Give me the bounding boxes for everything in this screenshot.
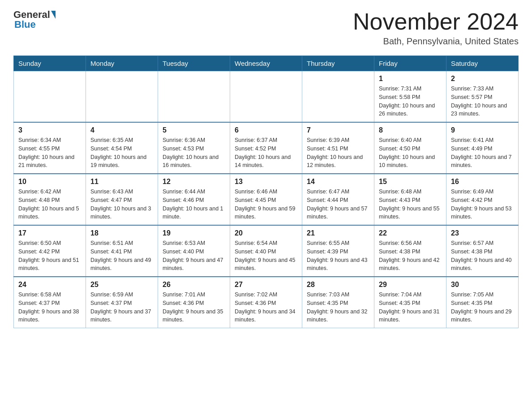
day-info: Sunrise: 6:46 AM Sunset: 4:45 PM Dayligh… xyxy=(235,188,297,221)
day-number: 18 xyxy=(90,229,153,237)
day-info: Sunrise: 6:42 AM Sunset: 4:48 PM Dayligh… xyxy=(18,188,81,221)
calendar-cell: 11Sunrise: 6:43 AM Sunset: 4:47 PM Dayli… xyxy=(86,174,158,225)
day-number: 22 xyxy=(379,229,442,237)
calendar-cell: 30Sunrise: 7:05 AM Sunset: 4:35 PM Dayli… xyxy=(446,277,519,328)
day-info: Sunrise: 6:58 AM Sunset: 4:37 PM Dayligh… xyxy=(18,291,81,324)
day-number: 13 xyxy=(235,178,297,186)
day-number: 15 xyxy=(379,178,442,186)
calendar-cell xyxy=(86,71,158,123)
calendar-cell: 21Sunrise: 6:55 AM Sunset: 4:39 PM Dayli… xyxy=(302,225,374,277)
day-of-week-header: Wednesday xyxy=(230,56,302,71)
day-number: 27 xyxy=(235,281,297,289)
calendar-cell: 29Sunrise: 7:04 AM Sunset: 4:35 PM Dayli… xyxy=(374,277,446,328)
day-info: Sunrise: 6:34 AM Sunset: 4:55 PM Dayligh… xyxy=(18,136,81,170)
day-number: 17 xyxy=(18,229,81,237)
day-number: 4 xyxy=(90,126,153,134)
month-title: November 2024 xyxy=(353,9,519,34)
day-info: Sunrise: 7:01 AM Sunset: 4:36 PM Dayligh… xyxy=(163,291,225,324)
day-number: 24 xyxy=(18,281,81,289)
calendar-cell: 6Sunrise: 6:37 AM Sunset: 4:52 PM Daylig… xyxy=(230,122,302,174)
day-info: Sunrise: 7:04 AM Sunset: 4:35 PM Dayligh… xyxy=(379,291,442,324)
day-info: Sunrise: 6:37 AM Sunset: 4:52 PM Dayligh… xyxy=(235,136,297,170)
calendar-cell: 28Sunrise: 7:03 AM Sunset: 4:35 PM Dayli… xyxy=(302,277,374,328)
calendar-cell: 18Sunrise: 6:51 AM Sunset: 4:41 PM Dayli… xyxy=(86,225,158,277)
day-info: Sunrise: 6:50 AM Sunset: 4:42 PM Dayligh… xyxy=(18,239,81,273)
day-info: Sunrise: 6:47 AM Sunset: 4:44 PM Dayligh… xyxy=(307,188,369,221)
day-number: 6 xyxy=(235,126,297,134)
day-info: Sunrise: 6:36 AM Sunset: 4:53 PM Dayligh… xyxy=(163,136,225,170)
day-number: 8 xyxy=(379,126,442,134)
calendar-cell: 22Sunrise: 6:56 AM Sunset: 4:38 PM Dayli… xyxy=(374,225,446,277)
day-info: Sunrise: 6:49 AM Sunset: 4:42 PM Dayligh… xyxy=(451,188,514,221)
calendar-cell: 26Sunrise: 7:01 AM Sunset: 4:36 PM Dayli… xyxy=(158,277,230,328)
day-info: Sunrise: 6:39 AM Sunset: 4:51 PM Dayligh… xyxy=(307,136,369,170)
day-number: 11 xyxy=(90,178,153,186)
calendar-cell: 3Sunrise: 6:34 AM Sunset: 4:55 PM Daylig… xyxy=(14,122,86,174)
day-info: Sunrise: 6:48 AM Sunset: 4:43 PM Dayligh… xyxy=(379,188,442,221)
calendar-cell: 1Sunrise: 7:31 AM Sunset: 5:58 PM Daylig… xyxy=(374,71,446,123)
day-number: 10 xyxy=(18,178,81,186)
day-number: 14 xyxy=(307,178,369,186)
day-of-week-header: Sunday xyxy=(14,56,86,71)
calendar-cell: 24Sunrise: 6:58 AM Sunset: 4:37 PM Dayli… xyxy=(14,277,86,328)
day-number: 2 xyxy=(451,75,514,83)
day-of-week-header: Saturday xyxy=(446,56,519,71)
logo: General Blue xyxy=(13,9,56,30)
day-number: 23 xyxy=(451,229,514,237)
day-info: Sunrise: 6:59 AM Sunset: 4:37 PM Dayligh… xyxy=(90,291,153,324)
calendar-cell: 17Sunrise: 6:50 AM Sunset: 4:42 PM Dayli… xyxy=(14,225,86,277)
day-number: 12 xyxy=(163,178,225,186)
calendar-cell: 9Sunrise: 6:41 AM Sunset: 4:49 PM Daylig… xyxy=(446,122,519,174)
day-number: 29 xyxy=(379,281,442,289)
day-number: 20 xyxy=(235,229,297,237)
calendar-cell: 2Sunrise: 7:33 AM Sunset: 5:57 PM Daylig… xyxy=(446,71,519,123)
calendar-cell: 12Sunrise: 6:44 AM Sunset: 4:46 PM Dayli… xyxy=(158,174,230,225)
calendar-cell: 15Sunrise: 6:48 AM Sunset: 4:43 PM Dayli… xyxy=(374,174,446,225)
day-info: Sunrise: 6:56 AM Sunset: 4:38 PM Dayligh… xyxy=(379,239,442,273)
logo-blue-text: Blue xyxy=(13,19,36,30)
day-number: 1 xyxy=(379,75,442,83)
day-info: Sunrise: 7:33 AM Sunset: 5:57 PM Dayligh… xyxy=(451,85,514,118)
page-header: General Blue November 2024 Bath, Pennsyl… xyxy=(13,9,519,47)
day-info: Sunrise: 6:43 AM Sunset: 4:47 PM Dayligh… xyxy=(90,188,153,221)
day-of-week-header: Thursday xyxy=(302,56,374,71)
day-info: Sunrise: 6:53 AM Sunset: 4:40 PM Dayligh… xyxy=(163,239,225,273)
day-number: 9 xyxy=(451,126,514,134)
calendar-cell: 5Sunrise: 6:36 AM Sunset: 4:53 PM Daylig… xyxy=(158,122,230,174)
day-number: 26 xyxy=(163,281,225,289)
day-number: 5 xyxy=(163,126,225,134)
day-info: Sunrise: 6:41 AM Sunset: 4:49 PM Dayligh… xyxy=(451,136,514,170)
calendar-cell xyxy=(14,71,86,123)
day-info: Sunrise: 6:55 AM Sunset: 4:39 PM Dayligh… xyxy=(307,239,369,273)
day-of-week-header: Tuesday xyxy=(158,56,230,71)
day-of-week-header: Monday xyxy=(86,56,158,71)
calendar-cell xyxy=(230,71,302,123)
day-info: Sunrise: 6:51 AM Sunset: 4:41 PM Dayligh… xyxy=(90,239,153,273)
day-number: 28 xyxy=(307,281,369,289)
title-block: November 2024 Bath, Pennsylvania, United… xyxy=(353,9,519,47)
day-number: 16 xyxy=(451,178,514,186)
day-number: 7 xyxy=(307,126,369,134)
calendar-cell: 27Sunrise: 7:02 AM Sunset: 4:36 PM Dayli… xyxy=(230,277,302,328)
calendar-cell: 13Sunrise: 6:46 AM Sunset: 4:45 PM Dayli… xyxy=(230,174,302,225)
calendar-cell xyxy=(302,71,374,123)
day-number: 21 xyxy=(307,229,369,237)
calendar-cell: 14Sunrise: 6:47 AM Sunset: 4:44 PM Dayli… xyxy=(302,174,374,225)
day-of-week-header: Friday xyxy=(374,56,446,71)
calendar-cell: 23Sunrise: 6:57 AM Sunset: 4:38 PM Dayli… xyxy=(446,225,519,277)
day-info: Sunrise: 7:03 AM Sunset: 4:35 PM Dayligh… xyxy=(307,291,369,324)
calendar-cell: 10Sunrise: 6:42 AM Sunset: 4:48 PM Dayli… xyxy=(14,174,86,225)
day-number: 19 xyxy=(163,229,225,237)
day-info: Sunrise: 6:57 AM Sunset: 4:38 PM Dayligh… xyxy=(451,239,514,273)
day-info: Sunrise: 7:02 AM Sunset: 4:36 PM Dayligh… xyxy=(235,291,297,324)
logo-triangle-icon xyxy=(51,11,56,19)
day-info: Sunrise: 6:40 AM Sunset: 4:50 PM Dayligh… xyxy=(379,136,442,170)
calendar-cell: 16Sunrise: 6:49 AM Sunset: 4:42 PM Dayli… xyxy=(446,174,519,225)
day-info: Sunrise: 6:54 AM Sunset: 4:40 PM Dayligh… xyxy=(235,239,297,273)
day-number: 30 xyxy=(451,281,514,289)
day-number: 3 xyxy=(18,126,81,134)
calendar-cell: 4Sunrise: 6:35 AM Sunset: 4:54 PM Daylig… xyxy=(86,122,158,174)
day-info: Sunrise: 6:35 AM Sunset: 4:54 PM Dayligh… xyxy=(90,136,153,170)
day-number: 25 xyxy=(90,281,153,289)
day-info: Sunrise: 7:31 AM Sunset: 5:58 PM Dayligh… xyxy=(379,85,442,118)
